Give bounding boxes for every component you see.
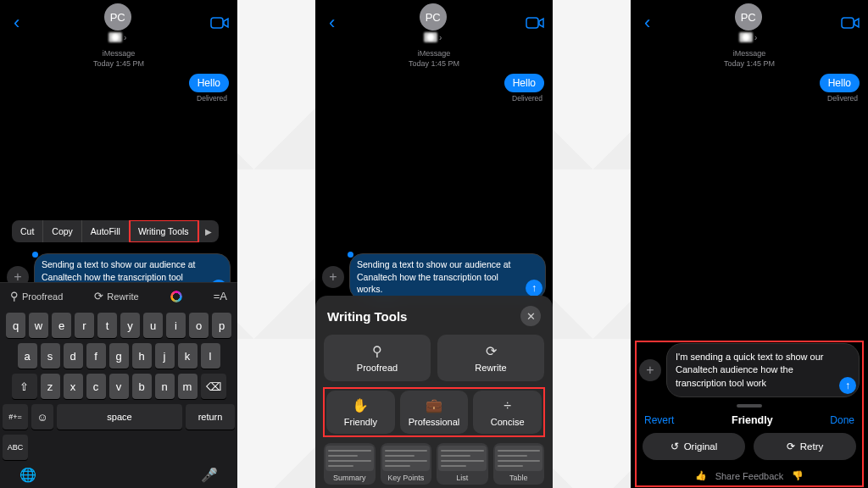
key-a[interactable]: a [18, 343, 37, 369]
key-v[interactable]: v [109, 374, 129, 399]
kb-rewrite[interactable]: ⟳Rewrite [94, 290, 138, 302]
clock-icon: ↺ [670, 441, 679, 452]
facetime-button[interactable] [526, 17, 544, 29]
key-k[interactable]: k [178, 343, 198, 369]
key-e[interactable]: e [52, 313, 71, 338]
abc-key[interactable]: ABC [3, 435, 28, 460]
key-i[interactable]: i [166, 313, 186, 338]
globe-key[interactable]: 🌐 [19, 467, 36, 483]
key-t[interactable]: t [97, 313, 117, 338]
key-s[interactable]: s [41, 343, 60, 369]
numsym-key[interactable]: #+= [3, 404, 28, 430]
retry-icon: ⟳ [787, 441, 795, 452]
text-context-menu: Cut Copy AutoFill Writing Tools ▶ [12, 220, 219, 242]
key-c[interactable]: c [86, 374, 106, 399]
tile-table[interactable]: Table [493, 443, 545, 485]
key-b[interactable]: b [132, 374, 152, 399]
sheet-grabber[interactable] [737, 404, 762, 408]
facetime-button[interactable] [841, 17, 860, 29]
nav-header: ‹ PC › [0, 0, 237, 44]
delete-key[interactable]: ⌫ [201, 374, 226, 399]
attach-button[interactable]: + [322, 266, 344, 288]
key-l[interactable]: l [201, 343, 220, 369]
contact-header[interactable]: PC › [104, 3, 131, 42]
ctx-cut[interactable]: Cut [12, 220, 43, 242]
message-input[interactable]: I'm sending a quick text to show our Can… [666, 343, 860, 397]
key-y[interactable]: y [120, 313, 140, 338]
screenshot-3: ‹ PC › iMessageToday 1:45 PM Hello Deliv… [631, 0, 868, 488]
thumbs-up-icon[interactable]: 👍 [695, 470, 707, 481]
emoji-key[interactable]: ☺ [31, 404, 53, 430]
compass-icon: ⟳ [486, 343, 497, 359]
key-o[interactable]: o [189, 313, 209, 338]
keyboard[interactable]: qwertyuiop asdfghjkl ⇧ zxcvbnm ⌫ #+= ☺ s… [0, 309, 237, 488]
send-button[interactable]: ↑ [839, 377, 856, 394]
key-n[interactable]: n [155, 374, 175, 399]
tile-professional[interactable]: 💼Professional [400, 391, 469, 434]
chevron-right-icon: › [124, 33, 126, 42]
contact-header[interactable]: PC › [735, 3, 762, 42]
key-m[interactable]: m [178, 374, 198, 399]
key-p[interactable]: p [212, 313, 231, 338]
briefcase-icon: 💼 [426, 397, 442, 413]
ctx-autofill[interactable]: AutoFill [82, 220, 130, 242]
message-input[interactable]: Sending a text to show our audience at C… [349, 253, 546, 300]
ctx-copy[interactable]: Copy [43, 220, 82, 242]
avatar: PC [420, 3, 447, 30]
key-h[interactable]: h [132, 343, 152, 369]
original-button[interactable]: ↺Original [643, 433, 745, 460]
key-f[interactable]: f [86, 343, 106, 369]
attach-button[interactable]: + [639, 359, 661, 381]
tile-concise[interactable]: ÷Concise [473, 391, 542, 434]
back-button[interactable]: ‹ [639, 10, 655, 36]
screenshot-1: ‹ PC › iMessageToday 1:45 PM Hello Deliv… [0, 0, 237, 488]
key-j[interactable]: j [155, 343, 175, 369]
magnify-icon: ⚲ [372, 343, 382, 359]
tile-proofread[interactable]: ⚲Proofread [324, 335, 431, 381]
tile-summary[interactable]: Summary [324, 443, 376, 485]
send-button[interactable]: ↑ [526, 280, 542, 297]
delivery-status: Delivered [315, 92, 553, 103]
key-u[interactable]: u [143, 313, 163, 338]
kb-proofread[interactable]: ⚲Proofread [10, 290, 63, 302]
tile-key-points[interactable]: Key Points [381, 443, 432, 485]
shift-key[interactable]: ⇧ [12, 374, 37, 399]
ctx-more-icon[interactable]: ▶ [198, 222, 219, 241]
revert-button[interactable]: Revert [644, 414, 674, 426]
key-r[interactable]: r [75, 313, 94, 338]
kb-format-icon[interactable]: =A [214, 290, 227, 302]
tile-friendly[interactable]: ✋Friendly [326, 391, 395, 434]
return-key[interactable]: return [186, 404, 235, 430]
back-button[interactable]: ‹ [8, 10, 25, 36]
close-button[interactable]: ✕ [520, 306, 541, 326]
key-w[interactable]: w [29, 313, 48, 338]
kb-apple-intel-icon[interactable] [170, 291, 182, 302]
message-bubble[interactable]: Hello [504, 74, 544, 92]
writing-tools-result: + I'm sending a quick text to show our C… [636, 341, 863, 486]
compass-icon: ⟳ [94, 290, 103, 302]
done-button[interactable]: Done [830, 414, 854, 426]
tile-rewrite[interactable]: ⟳Rewrite [437, 335, 544, 381]
key-d[interactable]: d [64, 343, 83, 369]
share-feedback[interactable]: 👍 Share Feedback 👎 [636, 467, 863, 486]
hand-icon: ✋ [352, 397, 369, 413]
selection-handle-start[interactable] [348, 252, 353, 258]
ctx-writing-tools[interactable]: Writing Tools [130, 220, 198, 242]
key-z[interactable]: z [41, 374, 60, 399]
facetime-button[interactable] [210, 17, 229, 29]
key-q[interactable]: q [6, 313, 25, 338]
contact-header[interactable]: PC › [420, 3, 447, 42]
retry-button[interactable]: ⟳Retry [754, 433, 856, 460]
selection-handle-start[interactable] [32, 252, 38, 258]
space-key[interactable]: space [57, 404, 182, 430]
mic-key[interactable]: 🎤 [201, 467, 218, 483]
result-mode-label: Friendly [732, 414, 773, 426]
key-x[interactable]: x [64, 374, 83, 399]
thumbs-down-icon[interactable]: 👎 [792, 470, 804, 481]
back-button[interactable]: ‹ [324, 10, 340, 36]
tile-list[interactable]: List [437, 443, 488, 485]
message-bubble[interactable]: Hello [189, 74, 229, 92]
message-bubble[interactable]: Hello [820, 74, 860, 92]
avatar: PC [735, 3, 762, 30]
key-g[interactable]: g [109, 343, 129, 369]
